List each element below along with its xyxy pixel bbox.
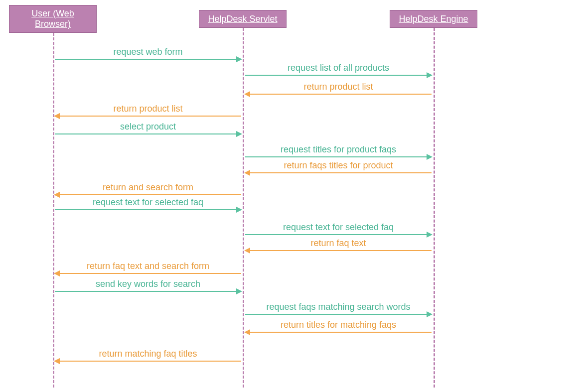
lifeline-head-engine: HelpDesk Engine <box>390 10 477 28</box>
message-arrow: request web form <box>55 59 241 60</box>
message-label: return faqs titles for product <box>284 160 393 171</box>
message-label: request web form <box>113 47 182 57</box>
message-arrow: send key words for search <box>55 291 241 292</box>
message-label: return product list <box>113 104 182 114</box>
message-label: return and search form <box>103 182 193 193</box>
message-arrow: request titles for product faqs <box>245 156 432 157</box>
message-label: return faq text <box>310 238 366 249</box>
message-arrow: select product <box>55 133 241 134</box>
message-label: return titles for matching faqs <box>281 320 396 330</box>
arrowhead-icon <box>244 91 250 97</box>
arrowhead-icon <box>236 207 242 213</box>
message-arrow: return faq text <box>245 250 432 251</box>
message-label: request faqs matching search words <box>266 302 410 312</box>
message-label: request text for selected faq <box>93 197 203 208</box>
lifeline-engine <box>434 28 435 388</box>
message-arrow: return product list <box>55 116 241 117</box>
arrowhead-icon <box>244 170 250 176</box>
message-label: send key words for search <box>96 279 200 289</box>
message-arrow: return titles for matching faqs <box>245 332 432 333</box>
message-arrow: return product list <box>245 94 432 95</box>
lifeline-head-servlet: HelpDesk Servlet <box>199 10 287 28</box>
message-label: request text for selected faq <box>283 222 394 233</box>
arrowhead-icon <box>236 56 242 62</box>
message-label: request list of all products <box>288 63 389 73</box>
arrowhead-icon <box>427 154 433 160</box>
message-label: request titles for product faqs <box>281 144 396 155</box>
arrowhead-icon <box>236 131 242 137</box>
arrowhead-icon <box>244 248 250 254</box>
message-arrow: return faqs titles for product <box>245 172 432 173</box>
message-arrow: return and search form <box>55 194 241 195</box>
lifeline-label: HelpDesk Engine <box>399 14 468 24</box>
message-label: return product list <box>303 82 373 92</box>
arrowhead-icon <box>427 232 433 238</box>
lifeline-user <box>53 33 54 388</box>
arrowhead-icon <box>427 72 433 78</box>
arrowhead-icon <box>54 113 60 119</box>
arrowhead-icon <box>236 288 242 294</box>
message-arrow: request text for selected faq <box>245 234 432 235</box>
arrowhead-icon <box>54 270 60 276</box>
arrowhead-icon <box>427 311 433 317</box>
arrowhead-icon <box>54 192 60 198</box>
lifeline-label: HelpDesk Servlet <box>208 14 277 24</box>
message-arrow: return faq text and search form <box>55 273 241 274</box>
message-label: return matching faq titles <box>99 349 197 359</box>
message-arrow: return matching faq titles <box>55 361 241 362</box>
message-arrow: request faqs matching search words <box>245 314 432 315</box>
arrowhead-icon <box>54 358 60 364</box>
message-arrow: request list of all products <box>245 75 432 76</box>
message-label: select product <box>120 122 176 132</box>
arrowhead-icon <box>244 329 250 335</box>
message-label: return faq text and search form <box>87 261 209 271</box>
message-arrow: request text for selected faq <box>55 209 241 210</box>
lifeline-head-user: User (Web Browser) <box>9 5 97 33</box>
lifeline-label: User (Web Browser) <box>13 8 92 29</box>
